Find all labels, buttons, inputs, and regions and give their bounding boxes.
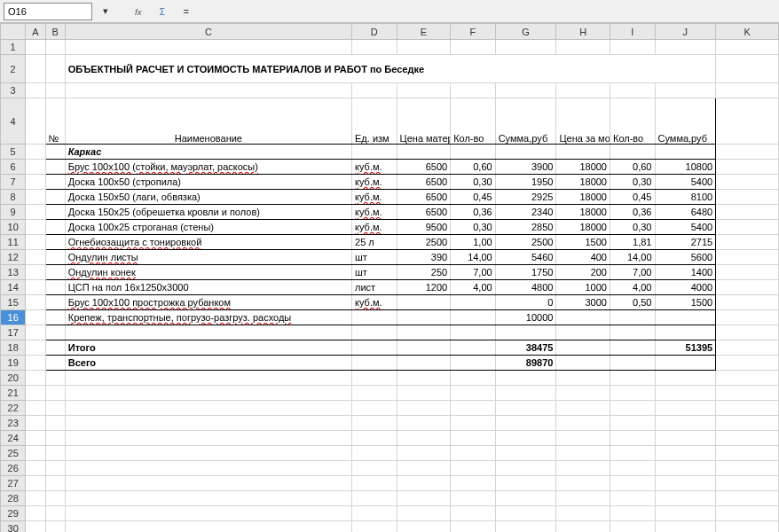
- row-4: 4 № Наименование Ед. изм Цена материалов…: [1, 98, 779, 145]
- row-16: 16 Крепеж, транспортные, погрузо-разгруз…: [1, 310, 779, 325]
- row-21: 21: [1, 386, 779, 401]
- formula-bar: O16 ▾ fx Σ =: [0, 0, 779, 23]
- row-5: 5 Каркас: [1, 145, 779, 160]
- title-cell[interactable]: ОБЪЕКТНЫЙ РАСЧЕТ И СТОИМОСТЬ МАТЕРИАЛОВ …: [65, 55, 715, 83]
- row-27: 27: [1, 476, 779, 491]
- row-1: 1: [1, 40, 779, 55]
- equals-icon[interactable]: =: [177, 3, 197, 20]
- row-25: 25: [1, 446, 779, 461]
- row-15: 15 Брус 100х100 прострожка рубанком куб.…: [1, 295, 779, 310]
- row-23: 23: [1, 416, 779, 431]
- row-2: 2 ОБЪЕКТНЫЙ РАСЧЕТ И СТОИМОСТЬ МАТЕРИАЛО…: [1, 55, 779, 83]
- row-6: 6 Брус 100х100 (стойки, мауэрлат, раскос…: [1, 160, 779, 175]
- row-11: 11 Огнебиозащита с тонировкой 25 л 25001…: [1, 235, 779, 250]
- row-29: 29: [1, 506, 779, 521]
- row-12: 12 Ондулин листы шт 39014,005460 40014,0…: [1, 250, 779, 265]
- svg-text:fx: fx: [135, 6, 143, 16]
- sigma-icon[interactable]: Σ: [154, 3, 174, 20]
- spreadsheet[interactable]: ABC DEF GHI JK 1 2 ОБЪЕКТНЫЙ РАСЧЕТ И СТ…: [0, 23, 779, 532]
- row-30: 30: [1, 521, 779, 533]
- row-26: 26: [1, 461, 779, 476]
- fx-icon[interactable]: fx: [131, 3, 151, 20]
- row-17: 17: [1, 325, 779, 340]
- column-headers[interactable]: ABC DEF GHI JK: [1, 24, 779, 40]
- row-18: 18 Итого 38475 51395: [1, 340, 779, 356]
- row-8: 8 Доска 150х50 (лаги, обвязка) куб.м. 65…: [1, 190, 779, 205]
- row-22: 22: [1, 401, 779, 416]
- name-box[interactable]: O16: [4, 3, 92, 20]
- row-9: 9 Доска 150х25 (обрешетка кровли и полов…: [1, 205, 779, 220]
- row-3: 3: [1, 83, 779, 98]
- dropdown-icon[interactable]: ▾: [96, 3, 115, 20]
- row-13: 13 Ондулин конек шт 2507,001750 2007,001…: [1, 265, 779, 280]
- svg-text:Σ: Σ: [160, 5, 166, 16]
- row-28: 28: [1, 491, 779, 506]
- row-20: 20: [1, 371, 779, 386]
- row-7: 7 Доска 100х50 (стропила) куб.м. 65000,3…: [1, 175, 779, 190]
- svg-text:=: =: [184, 5, 189, 16]
- row-19: 19 Всего 89870: [1, 356, 779, 371]
- row-14: 14 ЦСП на пол 16х1250х3000 лист 12004,00…: [1, 280, 779, 295]
- row-24: 24: [1, 431, 779, 446]
- row-10: 10 Доска 100х25 строганая (стены) куб.м.…: [1, 220, 779, 235]
